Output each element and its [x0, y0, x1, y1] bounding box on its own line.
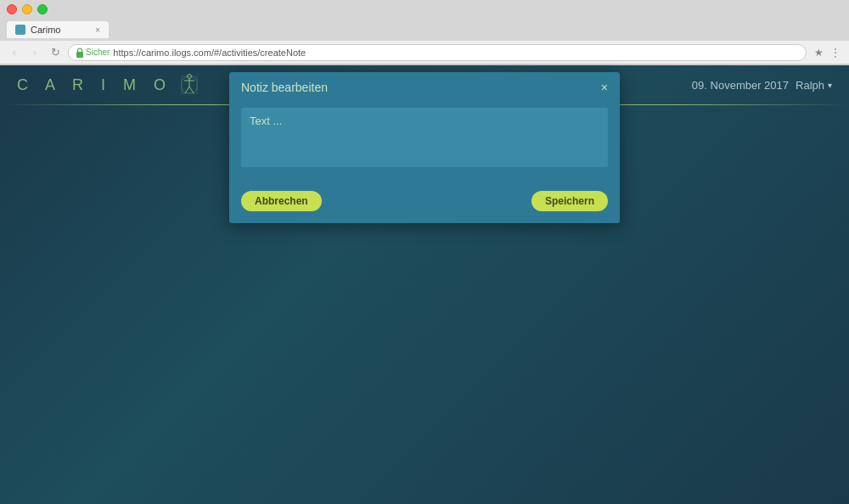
modal-header: Notiz bearbeiten ×	[229, 72, 620, 103]
note-textarea[interactable]: Text ...	[241, 108, 608, 167]
tab-favicon	[15, 25, 25, 35]
svg-rect-0	[76, 52, 83, 58]
secure-badge: Sicher	[76, 48, 110, 58]
lock-icon	[76, 48, 84, 58]
save-button[interactable]: Speichern	[531, 191, 608, 211]
forward-button[interactable]: ›	[27, 45, 42, 60]
url-text: https://carimo.ilogs.com/#/activities/cr…	[113, 48, 306, 58]
browser-chrome: Carimo × ‹ › ↻ Sicher https://carimo.ilo…	[0, 0, 849, 65]
traffic-light-green[interactable]	[37, 4, 48, 14]
cancel-button[interactable]: Abbrechen	[241, 191, 322, 211]
browser-tab-bar: Carimo ×	[0, 19, 849, 41]
modal-close-button[interactable]: ×	[601, 81, 608, 93]
toolbar-right: ★ ⋮	[812, 46, 842, 59]
browser-tab[interactable]: Carimo ×	[7, 21, 109, 38]
browser-toolbar: ‹ › ↻ Sicher https://carimo.ilogs.com/#/…	[0, 41, 849, 64]
star-icon[interactable]: ★	[812, 46, 825, 59]
refresh-button[interactable]: ↻	[48, 45, 63, 60]
more-icon[interactable]: ⋮	[829, 46, 842, 59]
modal-overlay: Notiz bearbeiten × Text ... Abbrechen Sp…	[0, 65, 849, 504]
back-button[interactable]: ‹	[7, 45, 22, 60]
browser-titlebar	[0, 0, 849, 19]
tab-close-btn[interactable]: ×	[95, 25, 100, 35]
modal-dialog: Notiz bearbeiten × Text ... Abbrechen Sp…	[229, 72, 620, 223]
traffic-light-yellow[interactable]	[22, 4, 32, 14]
modal-footer: Abbrechen Speichern	[229, 182, 620, 223]
address-bar[interactable]: Sicher https://carimo.ilogs.com/#/activi…	[68, 44, 807, 61]
tab-title: Carimo	[31, 25, 60, 35]
modal-body: Text ...	[229, 103, 620, 182]
modal-title: Notiz bearbeiten	[241, 81, 328, 94]
app-content: C A R I M O 09. November 2017 Ralph ▾	[0, 65, 849, 504]
traffic-light-red[interactable]	[7, 4, 17, 14]
